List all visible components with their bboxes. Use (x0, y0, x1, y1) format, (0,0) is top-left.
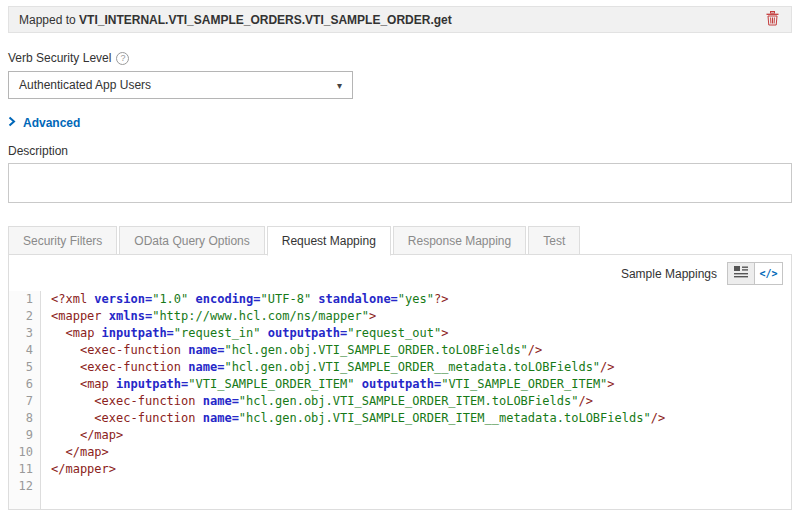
code-line[interactable]: </map> (51, 427, 791, 444)
line-number: 8 (9, 410, 33, 427)
code-token-tag: ?> (434, 292, 448, 306)
code-line[interactable]: <exec-function name="hcl.gen.obj.VTI_SAM… (51, 410, 791, 427)
code-token-plain (51, 343, 80, 357)
form-view-icon (734, 266, 748, 281)
mapped-to-target: VTI_INTERNAL.VTI_SAMPLE_ORDERS.VTI_SAMPL… (79, 13, 452, 27)
code-token-str: "hcl.gen.obj.VTI_SAMPLE_ORDER_ITEM__meta… (239, 411, 651, 425)
code-token-str: "request_out" (347, 326, 441, 340)
code-token-attr: version= (94, 292, 152, 306)
help-icon[interactable]: ? (116, 52, 129, 65)
verb-security-label-row: Verb Security Level ? (8, 51, 792, 65)
code-token-str: "hcl.gen.obj.VTI_SAMPLE_ORDER.toLOBField… (224, 343, 527, 357)
tab-odata-query-options[interactable]: OData Query Options (119, 226, 264, 255)
code-line[interactable]: <map inputpath="request_in" outputpath="… (51, 325, 791, 342)
code-token-plain (354, 377, 361, 391)
code-token-tag: /> (528, 343, 542, 357)
advanced-label: Advanced (23, 116, 80, 130)
sample-mappings-link[interactable]: Sample Mappings (621, 267, 717, 281)
code-line[interactable]: </mapper> (51, 461, 791, 478)
chevron-down-icon: ▾ (337, 80, 342, 91)
verb-security-selected-option: Authenticated App Users (19, 78, 151, 92)
mapped-to-prefix: Mapped to (19, 13, 79, 27)
form-view-button[interactable] (727, 262, 755, 285)
code-line[interactable]: <map inputpath="VTI_SAMPLE_ORDER_ITEM" o… (51, 376, 791, 393)
code-token-attr: inputpath= (102, 326, 174, 340)
code-token-attr: name= (203, 411, 239, 425)
code-token-str: "UTF-8" (261, 292, 312, 306)
code-token-attr: outputpath= (268, 326, 347, 340)
tab-request-mapping[interactable]: Request Mapping (267, 226, 391, 256)
code-line[interactable]: <?xml version="1.0" encoding="UTF-8" sta… (51, 291, 791, 308)
code-area[interactable]: <?xml version="1.0" encoding="UTF-8" sta… (41, 291, 791, 509)
line-number: 3 (9, 325, 33, 342)
code-token-tag: <exec-function (94, 394, 202, 408)
code-line[interactable]: <mapper xmlns="http://www.hcl.com/ns/map… (51, 308, 791, 325)
code-token-plain (188, 292, 195, 306)
code-token-tag: <exec-function (94, 411, 202, 425)
code-line[interactable]: </map> (51, 444, 791, 461)
advanced-toggle[interactable]: Advanced (8, 116, 80, 130)
request-mapping-panel: Sample Mappings </> (8, 254, 792, 510)
verb-detail-page: Mapped to VTI_INTERNAL.VTI_SAMPLE_ORDERS… (0, 0, 800, 510)
code-token-plain (261, 326, 268, 340)
code-token-plain (51, 428, 80, 442)
code-line[interactable]: <exec-function name="hcl.gen.obj.VTI_SAM… (51, 359, 791, 376)
code-token-tag: > (369, 309, 376, 323)
line-number: 4 (9, 342, 33, 359)
code-view-button[interactable]: </> (755, 262, 783, 285)
code-token-tag: <exec-function (80, 343, 188, 357)
code-token-attr: name= (188, 343, 224, 357)
code-token-attr: inputpath= (116, 377, 188, 391)
line-number: 12 (9, 478, 33, 495)
verb-security-level-select[interactable]: Authenticated App Users ▾ (8, 71, 353, 99)
code-token-str: "http://www.hcl.com/ns/mapper" (152, 309, 369, 323)
tab-security-filters[interactable]: Security Filters (8, 226, 117, 255)
line-number: 6 (9, 376, 33, 393)
tab-test[interactable]: Test (528, 226, 580, 255)
tab-response-mapping[interactable]: Response Mapping (393, 226, 526, 255)
view-toggle: </> (727, 262, 783, 285)
line-number: 10 (9, 444, 33, 461)
tab-bar: Security FiltersOData Query OptionsReque… (8, 226, 792, 255)
code-token-tag: <?xml (51, 292, 94, 306)
code-token-plain (51, 394, 94, 408)
code-token-plain (51, 360, 80, 374)
code-token-tag: <mapper (51, 309, 109, 323)
code-line[interactable]: <exec-function name="hcl.gen.obj.VTI_SAM… (51, 342, 791, 359)
line-number: 2 (9, 308, 33, 325)
xml-code-editor[interactable]: 123456789101112 <?xml version="1.0" enco… (9, 291, 791, 509)
code-token-plain (51, 411, 94, 425)
line-number: 11 (9, 461, 33, 478)
code-token-tag: /> (600, 360, 614, 374)
code-token-attr: encoding= (196, 292, 261, 306)
code-token-tag: </map> (80, 428, 123, 442)
delete-button[interactable] (764, 9, 781, 31)
code-icon: </> (759, 268, 777, 279)
code-line[interactable] (51, 478, 791, 495)
mapped-to-title: Mapped to VTI_INTERNAL.VTI_SAMPLE_ORDERS… (19, 13, 452, 27)
code-token-tag: <exec-function (80, 360, 188, 374)
code-token-plain (51, 445, 65, 459)
code-token-str: "request_in" (174, 326, 261, 340)
code-token-tag: <map (65, 326, 101, 340)
verb-security-level-label: Verb Security Level (8, 51, 111, 65)
code-token-tag: /> (578, 394, 592, 408)
code-token-str: "hcl.gen.obj.VTI_SAMPLE_ORDER__metadata.… (224, 360, 600, 374)
line-number: 5 (9, 359, 33, 376)
code-token-tag: /> (651, 411, 665, 425)
code-token-attr: standalone= (318, 292, 397, 306)
code-token-tag: </mapper> (51, 462, 116, 476)
trash-icon (766, 11, 779, 29)
code-token-plain (51, 326, 65, 340)
code-line[interactable]: <exec-function name="hcl.gen.obj.VTI_SAM… (51, 393, 791, 410)
code-token-tag: <map (80, 377, 116, 391)
code-token-tag: > (441, 326, 448, 340)
mapped-to-header: Mapped to VTI_INTERNAL.VTI_SAMPLE_ORDERS… (8, 6, 792, 33)
description-label: Description (8, 144, 792, 158)
description-textarea[interactable] (8, 163, 792, 203)
line-number: 7 (9, 393, 33, 410)
code-token-str: "hcl.gen.obj.VTI_SAMPLE_ORDER_ITEM.toLOB… (239, 394, 579, 408)
code-token-tag: </map> (65, 445, 108, 459)
code-token-tag: > (607, 377, 614, 391)
mapping-toolbar: Sample Mappings </> (9, 255, 791, 291)
